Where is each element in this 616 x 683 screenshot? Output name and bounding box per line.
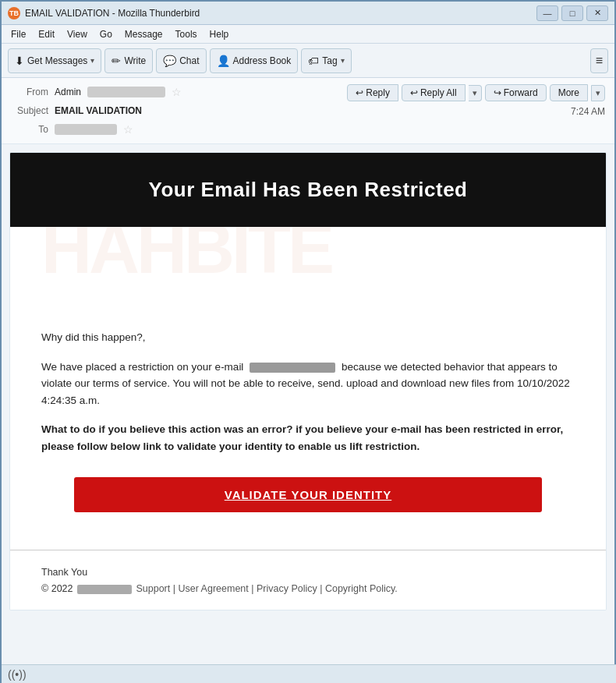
tag-icon: 🏷: [308, 55, 319, 67]
footer-thank-you: Thank You: [41, 564, 575, 581]
chat-button[interactable]: 💬 Chat: [156, 48, 206, 73]
minimize-button[interactable]: —: [536, 5, 558, 21]
from-name: Admin: [55, 87, 81, 97]
window-title: EMAIL VALIDATION - Mozilla Thunderbird: [25, 8, 200, 19]
app-icon: TB: [8, 7, 20, 19]
subject-value: EMAIL VALIDATION: [55, 105, 142, 116]
tag-dropdown-icon: ▾: [341, 56, 345, 65]
menu-go[interactable]: Go: [94, 27, 119, 41]
forward-icon: ↪: [494, 87, 501, 98]
toolbar-menu-button[interactable]: ≡: [590, 48, 608, 73]
email-time: 7:24 AM: [571, 106, 605, 117]
menu-bar: File Edit View Go Message Tools Help: [2, 25, 614, 44]
address-book-icon: 👤: [217, 55, 230, 67]
reply-all-label: Reply All: [420, 87, 457, 98]
menu-message[interactable]: Message: [119, 27, 169, 41]
forward-button[interactable]: ↪ Forward: [485, 84, 547, 101]
more-label: More: [558, 87, 579, 98]
menu-tools[interactable]: Tools: [169, 27, 204, 41]
get-messages-dropdown-icon: ▾: [90, 56, 94, 65]
status-icon: ((•)): [8, 668, 27, 681]
body-para3: What to do if you believe this action wa…: [41, 421, 575, 455]
email-footer: Thank You © 2022 Support | User Agreemen…: [10, 550, 606, 610]
window-controls: — □ ✕: [536, 5, 608, 21]
reply-all-button[interactable]: ↩ Reply All: [402, 84, 466, 101]
more-button[interactable]: More: [550, 84, 588, 101]
from-row: From Admin ☆: [11, 83, 347, 101]
address-book-button[interactable]: 👤 Address Book: [210, 48, 299, 73]
forward-label: Forward: [504, 87, 538, 98]
email-header: From Admin ☆ Subject EMAIL VALIDATION To…: [2, 78, 614, 144]
email-body-wrap: Your Email Has Been Restricted HAHBITE W…: [2, 144, 614, 682]
subject-row: Subject EMAIL VALIDATION: [11, 101, 347, 120]
footer-redacted: [77, 585, 132, 594]
write-label: Write: [124, 55, 146, 66]
subject-label: Subject: [11, 105, 48, 116]
get-messages-button[interactable]: ⬇ Get Messages ▾: [8, 48, 101, 73]
to-label: To: [11, 124, 48, 135]
footer-links: Support | User Agreement | Privacy Polic…: [136, 583, 397, 594]
tag-button[interactable]: 🏷 Tag ▾: [301, 48, 351, 73]
reply-icon: ↩: [356, 87, 363, 98]
menu-view[interactable]: View: [61, 27, 94, 41]
close-button[interactable]: ✕: [586, 5, 608, 21]
reply-label: Reply: [366, 87, 390, 98]
from-label: From: [11, 87, 48, 97]
status-bar: ((•)): [2, 664, 616, 683]
validate-identity-button[interactable]: VALIDATE YOUR IDENTITY: [74, 477, 542, 512]
redacted-email: [250, 363, 335, 373]
toolbar: ⬇ Get Messages ▾ ✏ Write 💬 Chat 👤 Addres…: [2, 44, 614, 78]
watermark: HAHBITE: [41, 227, 575, 289]
menu-edit[interactable]: Edit: [32, 27, 61, 41]
more-dropdown-button[interactable]: ▾: [591, 85, 605, 101]
to-row: To ☆: [11, 120, 347, 139]
chat-icon: 💬: [163, 55, 176, 67]
reply-button[interactable]: ↩ Reply: [347, 84, 398, 101]
menu-file[interactable]: File: [5, 27, 32, 41]
get-messages-icon: ⬇: [15, 55, 24, 67]
get-messages-label: Get Messages: [27, 55, 87, 66]
reply-all-dropdown-button[interactable]: ▾: [469, 85, 482, 101]
reply-all-icon: ↩: [410, 87, 418, 98]
to-star-icon[interactable]: ☆: [123, 123, 133, 136]
validate-btn-wrap: VALIDATE YOUR IDENTITY: [41, 477, 575, 512]
body-para2: We have placed a restriction on your e-m…: [41, 359, 575, 409]
body-para1: Why did this happen?,: [41, 329, 575, 346]
from-star-icon[interactable]: ☆: [172, 86, 182, 98]
tag-label: Tag: [322, 55, 337, 66]
address-book-label: Address Book: [233, 55, 292, 66]
chat-label: Chat: [179, 55, 199, 66]
title-bar: TB EMAIL VALIDATION - Mozilla Thunderbir…: [2, 2, 614, 25]
to-address: [55, 124, 117, 135]
write-button[interactable]: ✏ Write: [104, 48, 153, 73]
email-banner: Your Email Has Been Restricted: [10, 153, 606, 227]
email-content: Your Email Has Been Restricted HAHBITE W…: [9, 152, 607, 610]
footer-copyright: © 2022 Support | User Agreement | Privac…: [41, 581, 575, 597]
menu-help[interactable]: Help: [204, 27, 235, 41]
banner-heading: Your Email Has Been Restricted: [41, 178, 575, 202]
maximize-button[interactable]: □: [561, 5, 583, 21]
from-address: [87, 87, 165, 97]
write-icon: ✏: [112, 55, 121, 67]
email-body-content: HAHBITE Why did this happen?, We have pl…: [10, 227, 606, 550]
